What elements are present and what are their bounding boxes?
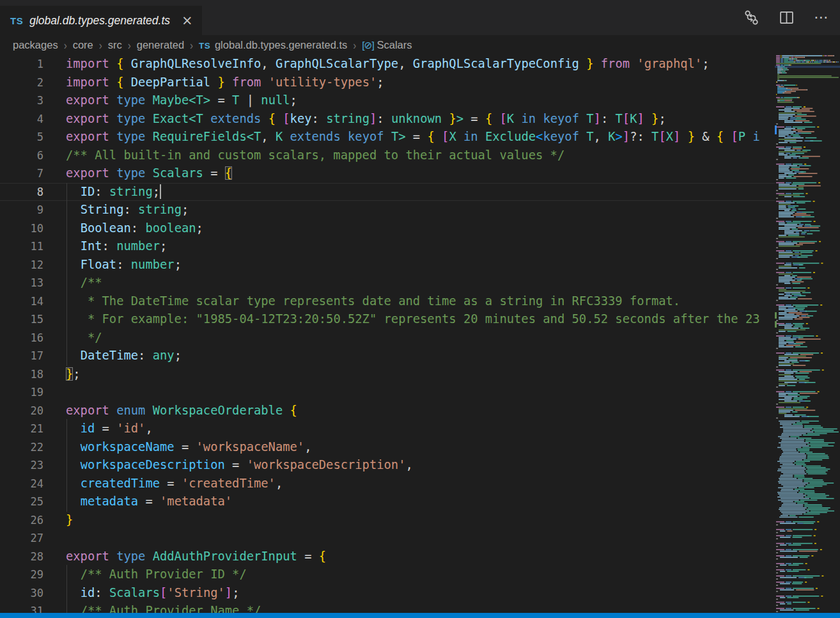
code-line[interactable]: 18};	[0, 365, 775, 384]
code-line[interactable]: 11 Int: number;	[0, 237, 775, 256]
line-number[interactable]: 1	[0, 55, 43, 74]
line-number[interactable]: 31	[0, 602, 43, 613]
code-token: Boolean	[81, 221, 131, 235]
code-token: string	[109, 185, 153, 198]
line-number[interactable]: 15	[0, 310, 43, 329]
code-token	[276, 112, 283, 125]
line-number[interactable]: 7	[0, 164, 43, 183]
code-line[interactable]: 9 String: string;	[0, 201, 775, 219]
code-line[interactable]: 24 createdTime = 'createdTime',	[0, 475, 775, 493]
line-number[interactable]: 16	[0, 329, 43, 347]
line-number[interactable]: 26	[0, 511, 43, 530]
code-token	[225, 75, 232, 89]
code-line[interactable]: 26}	[0, 511, 775, 530]
code-line[interactable]: 7export type Scalars = {	[0, 164, 775, 183]
code-line[interactable]: 16 */	[0, 329, 775, 347]
code-line[interactable]: 20export enum WorkspaceOrderable {	[0, 402, 775, 420]
line-number[interactable]: 2	[0, 74, 43, 92]
line-number[interactable]: 19	[0, 383, 43, 402]
line-number[interactable]: 21	[0, 420, 43, 438]
code-line[interactable]: 13 /**	[0, 274, 775, 292]
editor-actions: ⋯	[743, 0, 830, 35]
code-line[interactable]: 19	[0, 383, 775, 402]
more-actions-icon[interactable]: ⋯	[814, 9, 830, 26]
code-line[interactable]: 31 /** Auth Provider Name */	[0, 602, 775, 613]
code-line[interactable]: 22 workspaceName = 'workspaceName',	[0, 438, 775, 457]
minimap[interactable]	[775, 55, 840, 613]
line-number[interactable]: 18	[0, 365, 43, 384]
code-token: =	[138, 495, 160, 508]
line-number[interactable]: 5	[0, 128, 43, 147]
tab-global-db-types[interactable]: TS global.db.types.generated.ts ×	[0, 6, 202, 35]
line-number[interactable]: 6	[0, 147, 43, 165]
code-token: id	[81, 422, 95, 435]
code-line[interactable]: 8 ID: string;	[0, 183, 775, 202]
code-line[interactable]: 17 DateTime: any;	[0, 347, 775, 365]
line-number[interactable]: 25	[0, 493, 43, 511]
breadcrumb-item-generated[interactable]: generated	[137, 39, 184, 51]
line-number[interactable]: 3	[0, 91, 43, 110]
code-line[interactable]: 2import { DeepPartial } from 'utility-ty…	[0, 74, 775, 92]
close-icon[interactable]: ×	[182, 14, 193, 28]
code-line[interactable]: 5export type RequireFields<T, K extends …	[0, 128, 775, 147]
code-line[interactable]: 25 metadata = 'metadata'	[0, 493, 775, 511]
indent-guide	[66, 328, 67, 348]
code-line[interactable]: 27	[0, 529, 775, 548]
line-number[interactable]: 30	[0, 584, 43, 603]
code-line[interactable]: 3export type Maybe<T> = T | null;	[0, 91, 775, 110]
line-number[interactable]: 20	[0, 402, 43, 420]
line-number[interactable]: 17	[0, 347, 43, 365]
breadcrumb-separator: ›	[128, 38, 131, 52]
code-line[interactable]: 30 id: Scalars['String'];	[0, 584, 775, 603]
breadcrumb-item-symbol[interactable]: [⊘] Scalars	[362, 39, 412, 51]
code-line[interactable]: 1import { GraphQLResolveInfo, GraphQLSca…	[0, 55, 775, 74]
code-token	[66, 495, 81, 508]
line-number[interactable]: 24	[0, 475, 43, 493]
code-line[interactable]: 12 Float: number;	[0, 256, 775, 274]
line-number[interactable]: 14	[0, 292, 43, 311]
line-number[interactable]: 4	[0, 110, 43, 129]
breadcrumb-item-packages[interactable]: packages	[13, 39, 58, 51]
code-line[interactable]: 4export type Exact<T extends { [key: str…	[0, 110, 775, 129]
line-number[interactable]: 10	[0, 219, 43, 238]
code-line[interactable]: 21 id = 'id',	[0, 420, 775, 438]
code-token: /** All built-in and custom scalars, map…	[66, 148, 564, 162]
code-token: =	[210, 93, 232, 107]
code-token	[109, 57, 116, 70]
line-number[interactable]: 22	[0, 438, 43, 457]
breadcrumb-item-src[interactable]: src	[108, 39, 122, 51]
code-token: ,	[304, 440, 311, 454]
code-editor[interactable]: 1import { GraphQLResolveInfo, GraphQLSca…	[0, 55, 775, 613]
line-number[interactable]: 27	[0, 529, 43, 548]
code-line[interactable]: 6/** All built-in and custom scalars, ma…	[0, 147, 775, 165]
line-number[interactable]: 29	[0, 566, 43, 584]
code-line[interactable]: 28export type AddAuthProviderInput = {	[0, 548, 775, 566]
line-number[interactable]: 23	[0, 456, 43, 475]
code-line[interactable]: 29 /** Auth Provider ID */	[0, 566, 775, 584]
breadcrumb-item-file[interactable]: TS global.db.types.generated.ts	[199, 39, 347, 51]
line-number[interactable]: 9	[0, 201, 43, 219]
code-line[interactable]: 15 * For example: "1985-04-12T23:20:50.5…	[0, 310, 775, 329]
code-line[interactable]: 14 * The DateTime scalar type represents…	[0, 292, 775, 311]
code-line[interactable]: 23 workspaceDescription = 'workspaceDesc…	[0, 456, 775, 475]
code-token: null	[261, 93, 290, 107]
code-token: [	[623, 112, 630, 125]
code-token	[261, 75, 268, 89]
open-changes-icon[interactable]	[743, 10, 759, 26]
code-token	[109, 166, 116, 180]
code-token: unknown	[391, 112, 442, 125]
code-token: string	[138, 203, 182, 216]
code-line[interactable]: 10 Boolean: boolean;	[0, 219, 775, 238]
line-number[interactable]: 12	[0, 256, 43, 274]
line-number[interactable]: 13	[0, 274, 43, 292]
line-number[interactable]: 28	[0, 548, 43, 566]
code-token: [	[442, 130, 449, 143]
code-token: any	[153, 349, 175, 362]
split-editor-icon[interactable]	[779, 10, 795, 26]
breadcrumb-item-core[interactable]: core	[73, 39, 93, 51]
line-number[interactable]: 11	[0, 237, 43, 256]
breadcrumb-separator: ›	[99, 38, 102, 52]
line-number[interactable]: 8	[0, 184, 43, 201]
code-token: ,	[145, 422, 152, 435]
code-token: X	[666, 130, 673, 143]
